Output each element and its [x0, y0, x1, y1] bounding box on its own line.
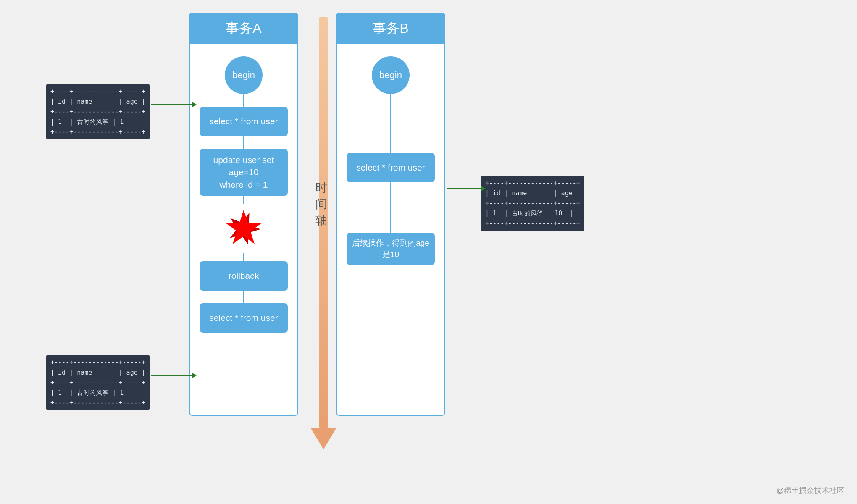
connector-b2: [390, 182, 391, 233]
tx-a-begin-node: begin: [225, 56, 263, 94]
connector-2: [243, 136, 244, 149]
tx-b-begin-node: begin: [372, 56, 410, 94]
arrow-a1: [151, 104, 193, 105]
connector-4: [243, 253, 244, 261]
time-axis-arrow: [311, 428, 336, 449]
transaction-a-header: 事务A: [190, 13, 297, 44]
tx-a-select-node: select * from user: [200, 107, 288, 136]
table-b1: +----+------------+-----+ | id | name | …: [481, 176, 584, 231]
tx-b-followup-node: 后续操作，得到的age是10: [347, 233, 435, 265]
table-a1: +----+------------+-----+ | id | name | …: [46, 84, 150, 139]
tx-a-select2-node: select * from user: [200, 303, 288, 333]
transaction-b-panel: 事务B begin select * from user 后续操作，得到的age…: [336, 13, 445, 416]
arrow-a2: [151, 375, 193, 376]
tx-b-select-node: select * from user: [347, 153, 435, 182]
connector-3: [243, 196, 244, 204]
watermark: @稀土掘金技术社区: [776, 486, 844, 496]
transaction-b-header: 事务B: [337, 13, 444, 44]
time-axis: 时 间 轴: [311, 13, 336, 475]
explosion-icon: [223, 207, 265, 249]
time-axis-label: 时 间 轴: [313, 172, 329, 207]
diagram-container: 事务A begin select * from user update user…: [0, 0, 857, 504]
arrow-b1: [447, 188, 482, 189]
table-a2: +----+------------+-----+ | id | name | …: [46, 355, 150, 410]
connector-b1: [390, 94, 391, 153]
tx-a-rollback-node: rollback: [200, 261, 288, 291]
connector-5: [243, 291, 244, 303]
tx-a-update-node: update user set age=10where id = 1: [200, 149, 288, 196]
connector-1: [243, 94, 244, 107]
transaction-a-panel: 事务A begin select * from user update user…: [189, 13, 298, 416]
time-axis-bar: [319, 17, 328, 428]
